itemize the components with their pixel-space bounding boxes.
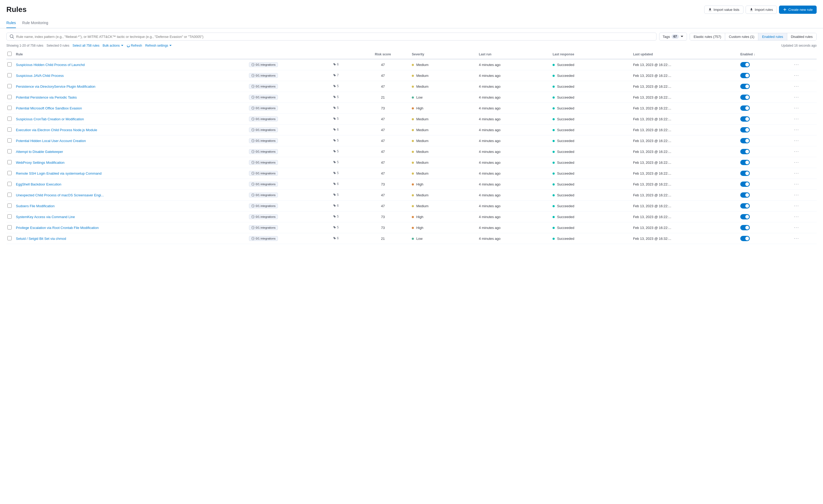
enable-toggle[interactable] xyxy=(740,225,750,230)
tags-count[interactable]: 5 xyxy=(333,117,339,120)
tab-rule-monitoring[interactable]: Rule Monitoring xyxy=(22,18,48,28)
row-actions-button[interactable]: ··· xyxy=(794,95,799,99)
import-value-lists-button[interactable]: Import value lists xyxy=(704,6,744,14)
bulk-actions-button[interactable]: Bulk actions xyxy=(103,44,124,47)
row-actions-button[interactable]: ··· xyxy=(794,116,799,121)
integration-badge[interactable]: 0/1 integrations xyxy=(249,182,278,187)
row-checkbox-10[interactable] xyxy=(7,171,12,175)
import-rules-button[interactable]: Import rules xyxy=(746,6,777,14)
tags-count[interactable]: 5 xyxy=(333,215,339,218)
row-checkbox-6[interactable] xyxy=(7,128,12,132)
enable-toggle[interactable] xyxy=(740,182,750,187)
row-actions-button[interactable]: ··· xyxy=(794,128,799,132)
select-all-link[interactable]: Select all 758 rules xyxy=(73,44,100,47)
integration-badge[interactable]: 0/1 integrations xyxy=(249,128,278,132)
rule-name-link[interactable]: Suspicious JAVA Child Process xyxy=(16,74,64,78)
row-actions-button[interactable]: ··· xyxy=(794,138,799,143)
row-checkbox-7[interactable] xyxy=(7,138,12,143)
enable-toggle[interactable] xyxy=(740,149,750,154)
tags-count[interactable]: 6 xyxy=(333,236,339,240)
custom-rules-filter[interactable]: Custom rules (1) xyxy=(725,33,758,40)
enable-toggle[interactable] xyxy=(740,105,750,111)
integration-badge[interactable]: 0/1 integrations xyxy=(249,95,278,100)
search-input[interactable] xyxy=(16,35,653,39)
refresh-button[interactable]: Refresh xyxy=(127,44,142,47)
row-actions-button[interactable]: ··· xyxy=(794,149,799,154)
enable-toggle[interactable] xyxy=(740,138,750,144)
row-checkbox-12[interactable] xyxy=(7,193,12,197)
tags-count[interactable]: 5 xyxy=(333,139,339,142)
integration-badge[interactable]: 0/1 integrations xyxy=(249,236,278,241)
tags-count[interactable]: 6 xyxy=(333,204,339,208)
tags-count[interactable]: 5 xyxy=(333,150,339,153)
enable-toggle[interactable] xyxy=(740,203,750,209)
row-checkbox-2[interactable] xyxy=(7,84,12,88)
row-checkbox-1[interactable] xyxy=(7,73,12,77)
row-checkbox-5[interactable] xyxy=(7,116,12,121)
integration-badge[interactable]: 0/1 integrations xyxy=(249,204,278,208)
enable-toggle[interactable] xyxy=(740,94,750,100)
enable-toggle[interactable] xyxy=(740,171,750,176)
tags-count[interactable]: 6 xyxy=(333,182,339,186)
rule-name-link[interactable]: SystemKey Access via Command Line xyxy=(16,215,75,219)
tab-rules[interactable]: Rules xyxy=(6,18,16,28)
integration-badge[interactable]: 0/1 integrations xyxy=(249,73,278,78)
row-checkbox-4[interactable] xyxy=(7,106,12,110)
enable-toggle[interactable] xyxy=(740,192,750,198)
integration-badge[interactable]: 0/1 integrations xyxy=(249,149,278,154)
integration-badge[interactable]: 0/1 integrations xyxy=(249,106,278,110)
rule-name-link[interactable]: Unexpected Child Process of macOS Screen… xyxy=(16,193,104,197)
row-actions-button[interactable]: ··· xyxy=(794,171,799,176)
integration-badge[interactable]: 0/1 integrations xyxy=(249,214,278,219)
row-actions-button[interactable]: ··· xyxy=(794,236,799,241)
row-checkbox-3[interactable] xyxy=(7,95,12,99)
tags-count[interactable]: 6 xyxy=(333,128,339,132)
rule-name-link[interactable]: Suspicious CronTab Creation or Modificat… xyxy=(16,117,84,121)
row-checkbox-11[interactable] xyxy=(7,182,12,186)
row-actions-button[interactable]: ··· xyxy=(794,106,799,110)
rule-name-link[interactable]: Sudoers File Modification xyxy=(16,204,55,208)
rule-name-link[interactable]: Execution via Electron Child Process Nod… xyxy=(16,128,97,132)
row-actions-button[interactable]: ··· xyxy=(794,204,799,208)
rule-name-link[interactable]: WebProxy Settings Modification xyxy=(16,161,64,165)
row-checkbox-14[interactable] xyxy=(7,214,12,219)
row-actions-button[interactable]: ··· xyxy=(794,73,799,78)
row-checkbox-9[interactable] xyxy=(7,160,12,164)
tags-count[interactable]: 5 xyxy=(333,160,339,164)
enable-toggle[interactable] xyxy=(740,62,750,67)
integration-badge[interactable]: 0/1 integrations xyxy=(249,160,278,165)
refresh-settings-button[interactable]: Refresh settings xyxy=(145,44,172,47)
row-checkbox-13[interactable] xyxy=(7,204,12,208)
tags-count[interactable]: 6 xyxy=(333,62,339,66)
elastic-rules-filter[interactable]: Elastic rules (757) xyxy=(690,33,725,40)
tags-count[interactable]: 5 xyxy=(333,226,339,229)
row-checkbox-0[interactable] xyxy=(7,62,12,66)
tags-count[interactable]: 5 xyxy=(333,193,339,197)
row-actions-button[interactable]: ··· xyxy=(794,160,799,165)
tags-filter-button[interactable]: Tags 67 xyxy=(659,33,687,40)
integration-badge[interactable]: 0/1 integrations xyxy=(249,84,278,89)
integration-badge[interactable]: 0/1 integrations xyxy=(249,116,278,121)
tags-count[interactable]: 5 xyxy=(333,95,339,99)
rule-name-link[interactable]: Setuid / Setgid Bit Set via chmod xyxy=(16,237,66,241)
enable-toggle[interactable] xyxy=(740,236,750,241)
enable-toggle[interactable] xyxy=(740,73,750,78)
row-actions-button[interactable]: ··· xyxy=(794,193,799,197)
tags-count[interactable]: 7 xyxy=(333,73,339,77)
rule-name-link[interactable]: Potential Persistence via Periodic Tasks xyxy=(16,95,77,99)
enable-toggle[interactable] xyxy=(740,116,750,121)
row-checkbox-16[interactable] xyxy=(7,236,12,240)
tags-count[interactable]: 5 xyxy=(333,106,339,110)
integration-badge[interactable]: 0/1 integrations xyxy=(249,225,278,230)
rule-name-link[interactable]: Persistence via DirectoryService Plugin … xyxy=(16,84,96,88)
rule-name-link[interactable]: Suspicious Hidden Child Process of Launc… xyxy=(16,63,85,67)
rule-name-link[interactable]: Potential Hidden Local User Account Crea… xyxy=(16,139,86,143)
row-actions-button[interactable]: ··· xyxy=(794,84,799,88)
rule-name-link[interactable]: Potential Microsoft Office Sandbox Evasi… xyxy=(16,106,82,110)
tags-count[interactable]: 5 xyxy=(333,84,339,88)
row-checkbox-8[interactable] xyxy=(7,149,12,154)
integration-badge[interactable]: 0/1 integrations xyxy=(249,193,278,197)
row-checkbox-15[interactable] xyxy=(7,225,12,230)
rule-name-link[interactable]: Privilege Escalation via Root Crontab Fi… xyxy=(16,226,99,230)
create-new-rule-button[interactable]: Create new rule xyxy=(779,6,817,14)
